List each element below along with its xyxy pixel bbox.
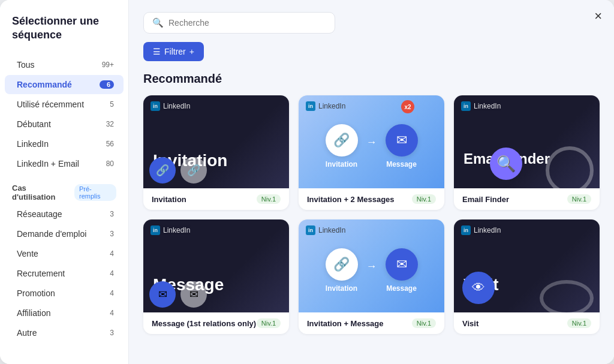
flow-arrow: → — [366, 136, 377, 149]
card-message[interactable]: in LinkedIn Message ✉ ✉ Message (1st rel… — [143, 219, 289, 334]
sidebar-item-debutant[interactable]: Débutant 32 — [5, 115, 124, 134]
main-content: 🔍 ☰ Filtrer + Recommandé in LinkedIn Inv… — [129, 0, 614, 364]
sidebar-item-label: LinkedIn + Email — [17, 159, 79, 169]
card-footer: Message (1st relations only) Niv.1 — [143, 312, 289, 334]
sidebar-item-badge: 4 — [100, 249, 114, 258]
card-invitation-2msg[interactable]: in LinkedIn x2 🔗 Invitation → ✉ Message — [299, 95, 444, 210]
sidebar-section-cas: Cas d'utilisation Pré-remplis — [0, 174, 128, 204]
flow-arrow: → — [366, 260, 377, 273]
sidebar-item-recrutement[interactable]: Recrutement 4 — [5, 264, 124, 283]
filter-plus-icon: + — [189, 47, 194, 56]
card-image-invitation: in LinkedIn Invitation 🔗 🔗 — [143, 95, 289, 188]
sidebar-item-autre[interactable]: Autre 3 — [5, 323, 124, 342]
sidebar-item-badge: 99+ — [100, 61, 114, 69]
search-icon: 🔍 — [152, 17, 164, 28]
card-image-flow: in LinkedIn x2 🔗 Invitation → ✉ Message — [299, 95, 444, 188]
msg-icon-circle-2: ✉ — [180, 281, 207, 308]
card-flow: 🔗 Invitation → ✉ Message — [299, 219, 444, 312]
card-image-message: in LinkedIn Message ✉ ✉ — [143, 219, 289, 312]
sidebar-item-emploi[interactable]: Demande d'emploi 3 — [5, 224, 124, 243]
flow-circle-message: ✉ — [386, 124, 418, 157]
sidebar-item-linkedin-email[interactable]: LinkedIn + Email 80 — [5, 154, 124, 173]
flow-label-2: Message — [386, 160, 417, 169]
linkedin-icon: in — [461, 225, 471, 235]
card-footer: Invitation Niv.1 — [143, 188, 289, 210]
sidebar-item-badge: 3 — [100, 230, 114, 238]
sidebar-item-label: Tous — [17, 60, 35, 70]
section-title: Recommandé — [143, 72, 600, 86]
sidebar-item-badge: 3 — [100, 210, 114, 218]
sidebar-item-label: LinkedIn — [17, 139, 49, 149]
close-button[interactable]: × — [594, 10, 602, 23]
modal: × Sélectionner uneséquence Tous 99+ Reco… — [0, 0, 614, 364]
eye-icon-circle: 👁 — [462, 272, 495, 304]
sidebar-item-affiliation[interactable]: Affiliation 4 — [5, 303, 124, 323]
card-image-email: in LinkedIn Email Finder 🔍 — [454, 95, 600, 188]
search-magnify-outline — [546, 146, 594, 188]
sidebar-item-recemment[interactable]: Utilisé récemment 5 — [5, 95, 124, 114]
linkedin-icon: in — [151, 101, 160, 111]
card-image-visit: in LinkedIn Visit 👁 — [454, 219, 600, 312]
sidebar-item-vente[interactable]: Vente 4 — [5, 244, 124, 263]
pre-filled-badge: Pré-remplis — [74, 184, 116, 201]
niv-badge: Niv.1 — [412, 194, 436, 204]
sidebar-item-tous[interactable]: Tous 99+ — [5, 55, 124, 74]
sidebar-item-promotion[interactable]: Promotion 4 — [5, 284, 124, 303]
sidebar-item-label: Recommandé — [17, 80, 72, 89]
flow-circle-link: 🔗 — [326, 248, 358, 281]
flow-item-invitation: 🔗 Invitation — [326, 248, 358, 293]
sidebar-item-badge: 56 — [100, 140, 114, 148]
flow-item-message: ✉ Message — [386, 248, 418, 293]
link-icon-circle-2: 🔗 — [180, 157, 207, 183]
search-input[interactable] — [168, 18, 326, 28]
card-image-flow2: in LinkedIn 🔗 Invitation → ✉ Message — [299, 219, 444, 312]
niv-badge: Niv.1 — [567, 194, 591, 204]
flow-label: Invitation — [326, 160, 357, 169]
card-flow: 🔗 Invitation → ✉ Message — [299, 95, 444, 188]
filter-icon: ☰ — [153, 47, 161, 56]
niv-badge: Niv.1 — [412, 318, 436, 328]
linkedin-label: in LinkedIn — [151, 101, 190, 111]
card-footer: Invitation + 2 Messages Niv.1 — [299, 188, 444, 210]
sidebar-item-label: Débutant — [17, 119, 51, 129]
section-label: Cas d'utilisation — [12, 183, 70, 201]
linkedin-label: in LinkedIn — [461, 101, 501, 111]
sidebar-item-badge: 5 — [100, 100, 114, 109]
sidebar-item-label: Utilisé récemment — [17, 100, 84, 109]
card-invitation[interactable]: in LinkedIn Invitation 🔗 🔗 Invitation Ni… — [143, 95, 289, 210]
filter-button[interactable]: ☰ Filtrer + — [143, 42, 204, 61]
card-visit[interactable]: in LinkedIn Visit 👁 Visit Niv.1 — [454, 219, 600, 334]
card-name: Invitation + 2 Messages — [307, 195, 395, 204]
niv-badge: Niv.1 — [567, 318, 591, 328]
card-footer: Invitation + Message Niv.1 — [299, 312, 444, 334]
sidebar-item-label: Vente — [17, 249, 38, 258]
sidebar-item-badge: 32 — [100, 120, 114, 128]
sidebar-item-badge: 4 — [100, 309, 114, 317]
card-invitation-msg[interactable]: in LinkedIn 🔗 Invitation → ✉ Message — [299, 219, 444, 334]
sidebar-item-linkedin[interactable]: LinkedIn 56 — [5, 134, 124, 154]
card-footer: Visit Niv.1 — [454, 312, 600, 334]
card-icon-row: ✉ ✉ — [149, 281, 207, 308]
sidebar-item-label: Réseautage — [17, 209, 62, 219]
card-footer: Email Finder Niv.1 — [454, 188, 600, 210]
sidebar-item-label: Affiliation — [17, 308, 51, 318]
card-email-finder[interactable]: in LinkedIn Email Finder 🔍 Email Finder … — [454, 95, 600, 210]
msg-icon-circle: ✉ — [149, 281, 176, 308]
card-name: Visit — [462, 319, 478, 328]
flow-circle-message: ✉ — [386, 248, 418, 281]
flow-label-2: Message — [386, 284, 417, 293]
sidebar-item-reseautage[interactable]: Réseautage 3 — [5, 204, 124, 224]
card-name: Email Finder — [462, 195, 509, 204]
sidebar-item-label: Demande d'emploi — [17, 229, 86, 239]
flow-label: Invitation — [326, 284, 357, 293]
sidebar-item-badge: 4 — [100, 269, 114, 278]
sidebar-item-badge: 3 — [100, 329, 114, 337]
search-large-icon: 🔍 — [490, 148, 522, 180]
eye-large-outline — [540, 280, 594, 312]
cards-grid: in LinkedIn Invitation 🔗 🔗 Invitation Ni… — [143, 95, 600, 334]
flow-circle-link: 🔗 — [326, 124, 358, 157]
sidebar-item-recommande[interactable]: Recommandé 6 — [5, 75, 124, 94]
linkedin-icon: in — [151, 225, 160, 235]
linkedin-icon: in — [461, 101, 471, 111]
sidebar-item-badge: 6 — [100, 80, 114, 89]
